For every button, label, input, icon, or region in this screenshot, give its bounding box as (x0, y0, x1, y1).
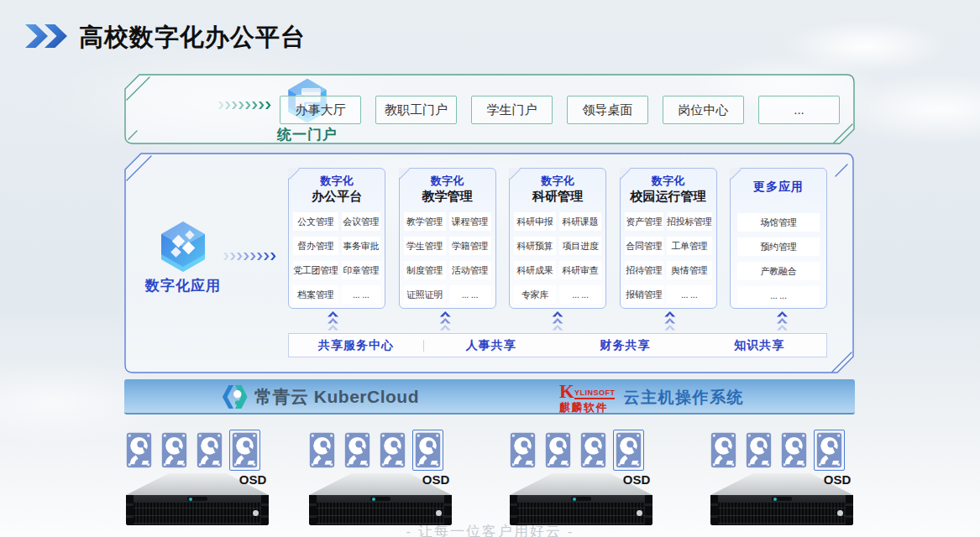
app-item: 项目进度 (559, 237, 601, 255)
app-item: 资产管理 (625, 212, 663, 231)
app-item-more: ... ... (449, 285, 491, 304)
hdd-disk-icon (743, 430, 774, 471)
portal-button-row: 办事大厅 教职工门户 学生门户 领导桌面 岗位中心 ... (280, 96, 840, 124)
app-item: 印章管理 (342, 261, 380, 279)
page-title: 高校数字化办公平台 (79, 21, 306, 55)
portal-label: 统一门户 (265, 125, 349, 144)
cloud-platform-bar: 常青云 KuberCloud K YLINSOFT 麒麟软件 云主机操作系统 (124, 379, 855, 414)
app-item: 工单管理 (667, 237, 712, 255)
kylinsoft-logo: K YLINSOFT 麒麟软件 (559, 382, 615, 413)
apps-cube-icon (156, 220, 210, 274)
app-item: 舆情管理 (667, 261, 712, 279)
app-item: 产教融合 (737, 262, 820, 280)
osd-label: OSD (417, 472, 454, 487)
up-arrows-icon (777, 311, 788, 331)
app-item: 科研审查 (559, 261, 601, 279)
app-item-more: ... ... (342, 285, 380, 304)
app-column-more-apps: 更多应用 场馆管理 预约管理 产教融合 ... ... (730, 168, 827, 309)
app-item: 报销管理 (625, 285, 663, 304)
flow-chevrons-icon (218, 102, 271, 109)
app-item: 会议管理 (342, 212, 380, 231)
apps-label: 数字化应用 (133, 276, 233, 295)
kubercloud-name: 常青云 KuberCloud (254, 385, 419, 409)
app-column-teaching: 数字化 教学管理 教学管理 课程管理 学生管理 学籍管理 制度管理 活动管理 证… (399, 168, 496, 309)
share-item: 人事共享 (424, 338, 558, 353)
hdd-disk-icon-selected (229, 430, 260, 471)
server-group: OSD (710, 430, 853, 529)
app-item: 党工团管理 (293, 261, 338, 279)
unified-portal-section: 统一门户 办事大厅 教职工门户 学生门户 领导桌面 岗位中心 ... (124, 74, 855, 144)
app-column-research: 数字化 科研管理 科研申报 科研课题 科研预算 项目进度 科研成果 科研审查 专… (509, 168, 606, 309)
portal-button: 领导桌面 (567, 96, 648, 124)
app-item: 合同管理 (625, 237, 663, 255)
disk-row (708, 430, 845, 471)
app-item: 学生管理 (404, 237, 446, 255)
column-header: 数字化 教学管理 (400, 169, 495, 205)
column-header: 数字化 科研管理 (510, 169, 605, 205)
app-item: 场馆管理 (737, 213, 820, 232)
up-arrows-icon (553, 311, 563, 331)
app-item: 教学管理 (404, 212, 446, 231)
share-item: 财务共享 (558, 338, 693, 353)
os-name: 云主机操作系统 (623, 387, 744, 409)
app-columns: 数字化 办公平台 公文管理 会议管理 督办管理 事务审批 党工团管理 印章管理 … (288, 168, 827, 309)
app-item: 证照证明 (404, 285, 446, 304)
column-header: 更多应用 (731, 169, 826, 195)
hdd-disk-icon (342, 430, 373, 471)
hdd-disk-icon (542, 430, 574, 471)
app-item: 公文管理 (293, 212, 338, 231)
server-group: OSD (126, 430, 269, 529)
app-item: 事务审批 (342, 237, 380, 255)
disk-row (307, 430, 443, 471)
portal-button: 办事大厅 (280, 96, 361, 124)
flow-chevrons-icon (223, 253, 276, 260)
app-item: 科研成果 (514, 261, 556, 279)
app-item: 预约管理 (737, 237, 820, 256)
server-group: OSD (309, 430, 452, 529)
up-arrows-row (288, 311, 827, 331)
hdd-disk-icon-selected (412, 430, 443, 471)
app-column-campus-ops: 数字化 校园运行管理 资产管理 招投标管理 合同管理 工单管理 招待管理 舆情管… (620, 168, 717, 309)
osd-label: OSD (234, 472, 271, 487)
app-item: 制度管理 (404, 261, 446, 279)
share-item: 共享服务中心 (289, 338, 423, 353)
kubercloud-hexagon-logo (221, 383, 248, 411)
osd-label: OSD (618, 472, 655, 487)
up-arrows-icon (664, 311, 675, 331)
server-group: OSD (510, 430, 652, 529)
disk-row (123, 430, 260, 471)
disk-row (507, 430, 644, 471)
shared-services-bar: 共享服务中心 人事共享 财务共享 知识共享 (288, 333, 827, 357)
hdd-disk-icon (194, 430, 225, 471)
app-item: 招待管理 (625, 261, 663, 279)
portal-button: 岗位中心 (663, 96, 744, 124)
portal-button-more: ... (758, 96, 840, 124)
portal-button: 学生门户 (471, 96, 553, 124)
app-item: 招投标管理 (667, 212, 712, 231)
app-item: 督办管理 (293, 237, 338, 255)
portal-button: 教职工门户 (375, 96, 457, 124)
hdd-disk-icon (159, 430, 190, 471)
app-item-more: ... ... (559, 285, 601, 304)
app-item: 科研申报 (514, 212, 556, 231)
app-item: 科研预算 (514, 237, 556, 255)
app-item: 活动管理 (449, 261, 491, 279)
digital-apps-section: 数字化应用 数字化 办公平台 公文管理 会议管理 督办管理 事务审批 党工团管理… (124, 153, 855, 373)
hdd-disk-icon (708, 430, 739, 471)
up-arrows-icon (440, 311, 451, 331)
app-item: 课程管理 (449, 212, 491, 231)
column-header: 数字化 办公平台 (289, 169, 385, 205)
hdd-disk-icon (778, 430, 810, 471)
double-chevron-icon (25, 24, 67, 51)
up-arrows-icon (328, 311, 338, 331)
column-header: 数字化 校园运行管理 (621, 169, 716, 205)
app-item: 档案管理 (293, 285, 338, 304)
hdd-disk-icon-selected (814, 430, 845, 471)
kylin-os-brand: K YLINSOFT 麒麟软件 云主机操作系统 (559, 382, 744, 413)
hdd-disk-icon (578, 430, 609, 471)
app-item: 科研课题 (559, 212, 601, 231)
hdd-disk-icon-selected (613, 430, 644, 471)
app-item: 学籍管理 (449, 237, 491, 255)
app-column-office: 数字化 办公平台 公文管理 会议管理 督办管理 事务审批 党工团管理 印章管理 … (288, 168, 385, 309)
app-item-more: ... ... (667, 285, 712, 304)
